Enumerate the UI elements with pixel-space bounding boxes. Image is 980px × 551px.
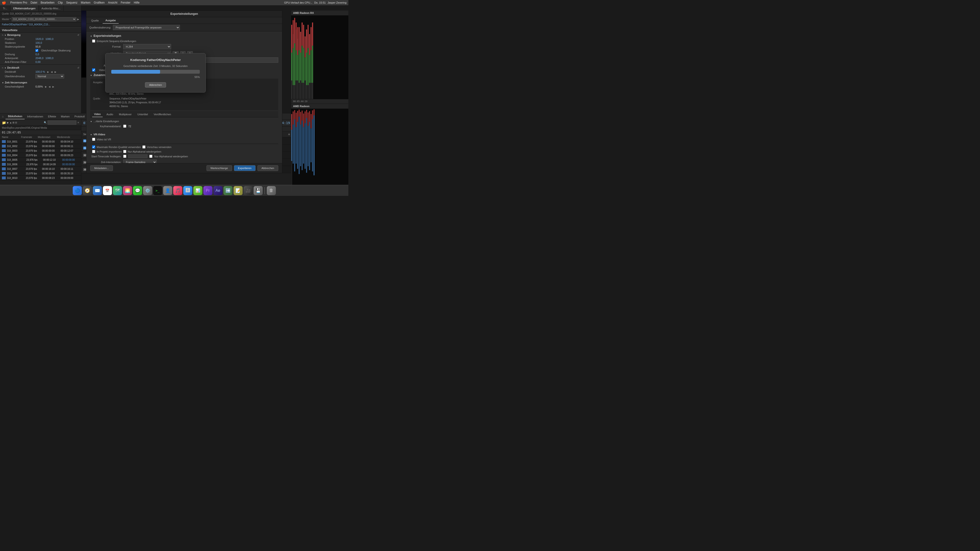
keyframe-value[interactable]: 72 [128, 125, 131, 128]
zeitverzerrung-header[interactable]: Zeit-Verzerrungen [0, 80, 81, 85]
tab-audioclip[interactable]: Audioclip-Misc... [38, 5, 64, 11]
search-icon-media[interactable]: 🔍 [44, 121, 47, 124]
bottom-tab-protokoll[interactable]: Protokoll [72, 113, 87, 119]
sub-tab-video[interactable]: Video [92, 111, 103, 117]
abbrechen-button[interactable]: Abbrechen [258, 165, 278, 171]
max-render-checkbox[interactable] [92, 145, 95, 149]
bottom-tab-bibliotheken[interactable]: Bibliotheken [5, 113, 25, 119]
warteschlange-button[interactable]: Warteschlange [207, 165, 232, 171]
bottom-tab-informationen[interactable]: Informationen [25, 113, 45, 119]
vr-header[interactable]: VR-Video [90, 133, 278, 136]
reset-icon[interactable]: ↺ [77, 34, 79, 37]
format-select[interactable]: H.264 [123, 44, 171, 49]
drehung-value[interactable]: 0,0 [35, 53, 39, 56]
ueberblendmodus-select[interactable]: Normal [35, 74, 64, 78]
scaling-select[interactable]: Proportional auf Framegröße anpassen [113, 25, 180, 30]
tab-tr[interactable]: Tr... [0, 5, 11, 11]
sub-tab-veroffentlichen[interactable]: Veröffentlichen [152, 111, 173, 117]
video-export-checkbox[interactable] [92, 68, 95, 71]
menu-datei[interactable]: Datei [30, 1, 37, 4]
dock-photos[interactable]: 🌅 [123, 186, 132, 195]
dock-music[interactable]: 🎵 [173, 186, 182, 195]
clip-selector[interactable]: Master * DJI_A04364_C153_20130121_000000… [0, 16, 81, 22]
keyframe-geschwindigkeit[interactable]: ◆ [45, 86, 47, 88]
tab-effekteinstellungen[interactable]: Effekteinstellungen [11, 5, 39, 11]
search-clear[interactable]: ✕ [77, 121, 79, 124]
tab-ausgabe[interactable]: Ausgabe [103, 17, 119, 24]
col-name[interactable]: Name [2, 136, 21, 138]
home-icon[interactable]: ⌂ [2, 115, 3, 118]
import-checkbox[interactable] [92, 150, 95, 153]
apple-menu[interactable]: 🍎 [2, 1, 6, 5]
zeit-interpolation-select[interactable]: Frame-Sampling [123, 159, 157, 163]
col-end[interactable]: Medienende [57, 136, 76, 138]
bottom-tab-effekte[interactable]: Effekte [45, 113, 58, 119]
anti-flimmer-value[interactable]: 0,00 [35, 60, 40, 64]
dock-mail[interactable]: ✉️ [93, 186, 102, 195]
exportieren-button[interactable]: Exportieren [234, 165, 256, 171]
dock-appstore[interactable]: 🅰 [183, 186, 192, 195]
ankerpunkt-y[interactable]: 1080,0 [45, 57, 54, 60]
keyframe-icon[interactable]: ◆ [47, 71, 49, 73]
dock-migration[interactable]: ➡️ [223, 186, 232, 195]
bewegung-header[interactable]: fx Bewegung ↺ [0, 33, 81, 37]
dock-contacts[interactable]: 👤 [163, 186, 172, 195]
sub-tab-audio[interactable]: Audio [105, 111, 115, 117]
keyframe-g-next[interactable]: ▶ [52, 86, 54, 88]
alphakanal2-checkbox[interactable] [149, 155, 153, 158]
media-item-0[interactable]: DJI_0001 23,976 fps 00:00:00:00 00:00:04… [0, 140, 81, 144]
geschwindigkeit-value[interactable]: 0,00% [35, 85, 43, 88]
advanced-header[interactable]: ...rtierte Einstellungen [90, 120, 278, 123]
ankerpunkt-x[interactable]: 2048,0 [35, 57, 43, 60]
col-start[interactable]: Medienstart [38, 136, 57, 138]
dock-trash[interactable]: 🗑 [267, 186, 276, 195]
dock-finder[interactable]: 🔵 [73, 186, 82, 195]
media-item-8[interactable]: DJI_0010 23,976 fps 00:00:08:23 00:00:09… [0, 176, 81, 180]
media-search-input[interactable] [48, 121, 76, 125]
export-range-icon[interactable]: ⊕ [288, 133, 290, 136]
skalierungsbreite-value[interactable]: 93,8 [35, 45, 40, 48]
timecode-fix-value[interactable]: 00:00:00:00 [128, 154, 147, 158]
dock-aftereffects[interactable]: Ae [213, 186, 223, 195]
bottom-tab-marken[interactable]: Marken [59, 113, 72, 119]
keyframe-prev[interactable]: ◀ [51, 71, 52, 73]
skalieren-value[interactable]: 100,0 [35, 41, 42, 44]
dock-calendar[interactable]: 📅 [103, 186, 112, 195]
keyframe-next[interactable]: ▶ [54, 71, 56, 73]
dock-whatsapp[interactable]: 💬 [133, 186, 142, 195]
reset-deckkraft-icon[interactable]: ↺ [77, 67, 79, 69]
menu-fenster[interactable]: Fenster [121, 1, 130, 4]
dock-maps[interactable]: 🗺 [113, 186, 122, 195]
media-item-5[interactable]: DJI_0006 23,976 fps 00:00:14:09 00:00:00… [0, 162, 81, 167]
metadaten-button[interactable]: Metadaten... [90, 165, 113, 171]
dock-activitymonitor[interactable]: 📊 [193, 186, 202, 195]
menu-marken[interactable]: Marken [81, 1, 91, 4]
deckkraft-value[interactable]: 100,0 % [35, 70, 45, 73]
media-item-2[interactable]: DJI_0003 23,976 fps 00:00:00:00 00:00:12… [0, 149, 81, 153]
is-vr-checkbox[interactable] [92, 138, 95, 141]
dock-scripteditor[interactable]: 📝 [234, 186, 243, 195]
menu-grafiken[interactable]: Grafiken [94, 1, 105, 4]
timecode-fix-checkbox[interactable] [123, 155, 126, 158]
clip-select[interactable]: DJI_A04364_C153_20130121_000000... [12, 17, 76, 21]
gleichmaessig-checkbox[interactable] [35, 49, 38, 52]
keyframe-g-prev[interactable]: ◀ [49, 86, 51, 88]
col-fps[interactable]: Framerate [21, 136, 38, 138]
sub-tab-untertitel[interactable]: Untertitel [135, 111, 150, 117]
media-item-7[interactable]: DJI_0008 23,976 fps 00:00:00:00 00:00:35… [0, 171, 81, 176]
dock-finder2[interactable]: 💾 [254, 186, 263, 195]
dock-sysconfig[interactable]: ⚙️ [143, 186, 152, 195]
media-item-1[interactable]: DJI_0002 23,976 fps 00:00:00:00 00:00:06… [0, 144, 81, 149]
encoding-cancel-button[interactable]: Abbrechen [145, 82, 166, 87]
media-item-4[interactable]: DJI_0005 23,976 fps 00:00:12:10 00:00:00… [0, 157, 81, 162]
menu-sequenz[interactable]: Sequenz [66, 1, 77, 4]
tab-quelle[interactable]: Quelle [88, 17, 102, 24]
vorschau-checkbox[interactable] [142, 145, 145, 149]
deckkraft-header[interactable]: fx Deckkraft ↺ [0, 65, 81, 70]
menu-bearbeiten[interactable]: Bearbeiten [41, 1, 54, 4]
position-x[interactable]: 1920,0 [35, 38, 43, 40]
dock-terminal[interactable]: >_ [153, 186, 162, 195]
media-item-6[interactable]: DJI_0007 23,976 fps 00:00:16:10 00:00:16… [0, 167, 81, 171]
menu-ansicht[interactable]: Ansicht [108, 1, 117, 4]
sub-tab-multiplexer[interactable]: Multiplexer [117, 111, 134, 117]
